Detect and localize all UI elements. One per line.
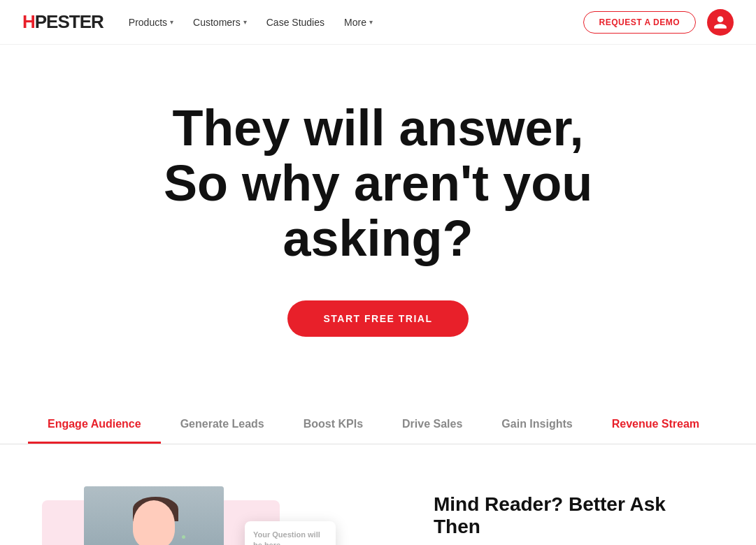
tabs-list: Engage Audience Generate Leads Boost KPI…: [28, 407, 728, 444]
request-demo-button[interactable]: REQUEST A DEMO: [583, 11, 696, 34]
tab-revenue-stream[interactable]: Revenue Stream: [592, 407, 719, 444]
section-heading: Mind Reader? Better Ask Then: [434, 493, 714, 538]
nav-products[interactable]: Products ▾: [129, 17, 173, 28]
logo-name: PESTER: [35, 11, 104, 32]
tab-generate-leads[interactable]: Generate Leads: [161, 407, 284, 444]
nav-customers[interactable]: Customers ▾: [193, 17, 247, 28]
logo-prefix: H: [22, 11, 35, 32]
person-icon: [713, 15, 728, 30]
hero-headline-line1: They will answer,: [172, 100, 583, 156]
hero-section: They will answer, So why aren't you aski…: [0, 45, 756, 379]
person-head: [133, 500, 175, 545]
hero-image-area: Your Question will be here ❤️ 💔: [42, 486, 378, 545]
question-card-text: Your Question will be here: [253, 530, 327, 545]
question-card: Your Question will be here ❤️ 💔: [245, 521, 336, 545]
hero-headline: They will answer, So why aren't you aski…: [64, 101, 693, 267]
person-photo: [84, 486, 224, 545]
tab-engage-audience[interactable]: Engage Audience: [28, 407, 161, 444]
start-free-trial-button[interactable]: START FREE TRIAL: [287, 300, 469, 337]
user-avatar[interactable]: [707, 9, 734, 36]
tab-gain-insights[interactable]: Gain Insights: [482, 407, 592, 444]
tab-boost-kpis[interactable]: Boost KPIs: [284, 407, 383, 444]
logo[interactable]: HPESTER: [22, 11, 104, 33]
person-silhouette: [84, 486, 224, 545]
nav-links: Products ▾ Customers ▾ Case Studies More…: [129, 17, 583, 28]
nav-more[interactable]: More ▾: [344, 17, 373, 28]
products-arrow-icon: ▾: [170, 18, 173, 26]
more-arrow-icon: ▾: [369, 18, 373, 26]
confetti-dot-3: [182, 535, 185, 539]
hero-headline-line2: So why aren't you asking?: [164, 155, 592, 266]
nav-right: REQUEST A DEMO: [583, 9, 734, 36]
section-text-content: Mind Reader? Better Ask Then Use our uni…: [434, 486, 714, 545]
tabs-section: Engage Audience Generate Leads Boost KPI…: [0, 407, 756, 444]
tab-drive-sales[interactable]: Drive Sales: [383, 407, 482, 444]
navbar: HPESTER Products ▾ Customers ▾ Case Stud…: [0, 0, 756, 45]
nav-case-studies[interactable]: Case Studies: [266, 17, 324, 28]
customers-arrow-icon: ▾: [243, 18, 247, 26]
content-section: Your Question will be here ❤️ 💔 Mind Rea…: [0, 444, 756, 545]
